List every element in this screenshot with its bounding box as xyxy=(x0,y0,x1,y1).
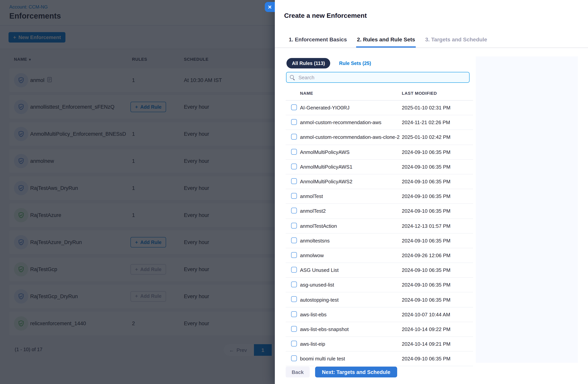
rule-checkbox[interactable] xyxy=(291,223,297,228)
rule-name: anmolwow xyxy=(300,248,324,263)
rule-last-modified: 2024-10-14 09:21 PM xyxy=(402,337,451,351)
rule-last-modified: 2024-09-10 06:35 PM xyxy=(402,292,451,307)
rule-checkbox[interactable] xyxy=(291,282,297,288)
rule-name: aws-list-eip xyxy=(300,337,325,351)
rule-checkbox[interactable] xyxy=(291,149,297,154)
filter-rule-sets[interactable]: Rule Sets (25) xyxy=(337,58,373,68)
rule-name: anmoltestsns xyxy=(300,233,330,248)
rule-checkbox[interactable] xyxy=(291,237,297,243)
rule-checkbox[interactable] xyxy=(291,311,297,317)
rules-list: AI-Generated-YIO0RJ2025-01-10 02:31 PMan… xyxy=(286,100,473,366)
rules-column-header-name: NAME xyxy=(300,91,313,96)
rule-last-modified: 2024-12-13 01:57 PM xyxy=(402,219,451,233)
filter-all-rules[interactable]: All Rules (113) xyxy=(286,58,330,68)
tab-targets-and-schedule[interactable]: 3. Targets and Schedule xyxy=(424,33,488,48)
rule-row[interactable]: anmol-custom-recommendation-aws2024-11-2… xyxy=(286,115,473,130)
rule-last-modified: 2024-09-10 06:35 PM xyxy=(402,278,451,292)
rule-name: autostopping-test xyxy=(300,292,338,307)
rule-row[interactable]: anmoltestsns2024-09-10 06:35 PM xyxy=(286,233,473,248)
rule-name: AI-Generated-YIO0RJ xyxy=(300,100,350,115)
rule-last-modified: 2024-09-10 06:35 PM xyxy=(402,233,451,248)
rule-last-modified: 2024-11-21 02:26 PM xyxy=(402,115,450,130)
rule-row[interactable]: anmolTest2024-09-10 06:35 PM xyxy=(286,189,473,204)
rule-last-modified: 2025-01-10 02:31 PM xyxy=(402,100,451,115)
rule-checkbox[interactable] xyxy=(291,252,297,258)
back-button[interactable]: Back xyxy=(286,366,310,377)
rule-name: AnmolMultiPolicyAWS xyxy=(300,145,350,159)
rule-checkbox[interactable] xyxy=(291,164,297,169)
rule-last-modified: 2024-09-10 06:35 PM xyxy=(402,351,451,366)
viewport: Account: CCM-NG Enforcements + New Enfor… xyxy=(0,0,588,384)
rule-name: anmolTestAction xyxy=(300,219,337,233)
drawer-title: Create a new Enforcement xyxy=(284,12,367,20)
rule-row[interactable]: AnmolMultiPolicyAWS2024-09-10 06:35 PM xyxy=(286,145,473,159)
rule-row[interactable]: AI-Generated-YIO0RJ2025-01-10 02:31 PM xyxy=(286,100,473,115)
app-root: Account: CCM-NG Enforcements + New Enfor… xyxy=(0,0,588,384)
search-icon xyxy=(290,75,295,80)
tab-rules-and-rule-sets[interactable]: 2. Rules and Rule Sets xyxy=(356,33,416,48)
rule-checkbox[interactable] xyxy=(291,326,297,332)
rule-row[interactable]: AnmolMultiPolicyAWS12024-09-10 06:35 PM xyxy=(286,160,473,174)
selected-rules-panel xyxy=(476,57,578,363)
rule-row[interactable]: anmolTestAction2024-12-13 01:57 PM xyxy=(286,219,473,233)
rule-last-modified: 2024-09-10 06:35 PM xyxy=(402,145,451,159)
rule-row[interactable]: boomi multi rule test2024-09-10 06:35 PM xyxy=(286,351,473,366)
rule-last-modified: 2025-01-10 02:42 PM xyxy=(402,130,451,144)
rule-checkbox[interactable] xyxy=(291,134,297,140)
search-box xyxy=(286,72,470,83)
rule-row[interactable]: aws-list-ebs-snapshot2024-10-14 09:22 PM xyxy=(286,322,473,337)
rule-checkbox[interactable] xyxy=(291,193,297,199)
rule-last-modified: 2024-09-10 06:35 PM xyxy=(402,263,451,277)
rule-row[interactable]: AnmolMultiPolicyAWS22024-09-10 06:35 PM xyxy=(286,174,473,189)
rule-last-modified: 2024-09-26 12:06 PM xyxy=(402,248,451,263)
rule-row[interactable]: anmolTest22024-09-10 06:35 PM xyxy=(286,204,473,219)
rule-row[interactable]: aws-list-eip2024-10-14 09:21 PM xyxy=(286,337,473,351)
rule-row[interactable]: ASG Unused List2024-09-10 06:35 PM xyxy=(286,263,473,278)
close-icon: ✕ xyxy=(268,4,272,10)
rule-checkbox[interactable] xyxy=(291,355,297,361)
rule-last-modified: 2024-09-10 06:35 PM xyxy=(402,174,451,189)
create-enforcement-drawer: Create a new Enforcement 1. Enforcement … xyxy=(275,0,588,384)
rule-row[interactable]: anmol-custom-recommendation-aws-clone-23… xyxy=(286,130,473,145)
rule-checkbox[interactable] xyxy=(291,178,297,184)
next-button[interactable]: Next: Targets and Schedule xyxy=(315,366,397,377)
rule-row[interactable]: autostopping-test2024-09-10 06:35 PM xyxy=(286,292,473,307)
rule-row[interactable]: asg-unused-list2024-09-10 06:35 PM xyxy=(286,278,473,292)
rule-name: anmol-custom-recommendation-aws xyxy=(300,115,381,130)
search-input[interactable] xyxy=(298,74,469,81)
rule-last-modified: 2024-09-10 06:35 PM xyxy=(402,204,451,218)
rules-column-header-last-modified: LAST MODIFIED xyxy=(402,91,437,96)
rule-name: aws-list-ebs-snapshot xyxy=(300,322,349,336)
rule-checkbox[interactable] xyxy=(291,267,297,273)
rule-name: anmol-custom-recommendation-aws-clone-23… xyxy=(300,130,400,144)
rule-checkbox[interactable] xyxy=(291,208,297,214)
rule-checkbox[interactable] xyxy=(291,119,297,125)
rule-name: aws-list-ebs xyxy=(300,307,327,322)
rule-name: boomi multi rule test xyxy=(300,351,345,366)
rule-name: AnmolMultiPolicyAWS2 xyxy=(300,174,353,189)
rule-last-modified: 2024-10-14 09:22 PM xyxy=(402,322,451,336)
rule-last-modified: 2024-10-07 10:44 AM xyxy=(402,307,450,322)
rule-checkbox[interactable] xyxy=(291,104,297,110)
rule-last-modified: 2024-09-10 06:35 PM xyxy=(402,189,451,203)
rule-last-modified: 2024-09-10 06:35 PM xyxy=(402,160,451,174)
rule-checkbox[interactable] xyxy=(291,341,297,346)
rule-name: anmolTest xyxy=(300,189,323,203)
rule-name: asg-unused-list xyxy=(300,278,334,292)
rule-name: anmolTest2 xyxy=(300,204,326,218)
close-drawer-button[interactable]: ✕ xyxy=(265,2,275,12)
rule-row[interactable]: aws-list-ebs2024-10-07 10:44 AM xyxy=(286,307,473,322)
tab-enforcement-basics[interactable]: 1. Enforcement Basics xyxy=(288,33,348,48)
wizard-tabs: 1. Enforcement Basics 2. Rules and Rule … xyxy=(275,33,588,48)
rule-checkbox[interactable] xyxy=(291,296,297,302)
rule-name: AnmolMultiPolicyAWS1 xyxy=(300,160,353,174)
rule-row[interactable]: anmolwow2024-09-26 12:06 PM xyxy=(286,248,473,263)
rule-name: ASG Unused List xyxy=(300,263,338,277)
